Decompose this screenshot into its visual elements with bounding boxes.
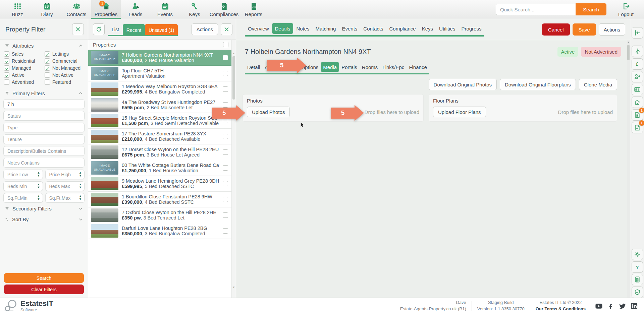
property-row[interactable]: 7 Oxford Close Wyton on the Hill PE28 2H… [88,207,231,223]
chevron-down-icon[interactable] [78,206,83,211]
quick-search-button[interactable]: Search [576,3,606,15]
nav-item-reports[interactable]: Reports [239,0,268,19]
filter-type-input[interactable] [3,123,85,132]
subtab-portals[interactable]: Portals [339,62,360,72]
scroll-down-icon[interactable]: ▼ [232,286,236,289]
property-row[interactable]: IMAGEUNAVAILABLE7 Holbein Gardens Northa… [88,50,231,66]
main-scrollbar[interactable]: ▲ [627,40,630,298]
property-row[interactable]: Darfuri Love Lane Houghton PE28 2BG£350,… [88,223,231,239]
list-scrollbar[interactable]: ▲ ▼ [231,40,236,298]
checkbox-not-managed[interactable]: Not Managed [45,65,85,71]
download-original-floorplans-button[interactable]: Download Original Floorplans [500,79,576,90]
linkedin-icon[interactable] [630,302,638,310]
subtab-rooms[interactable]: Rooms [360,62,380,72]
nav-item-keys[interactable]: Keys [180,0,209,19]
checkbox-active[interactable]: Active [4,72,45,78]
tab-list[interactable]: List [108,24,123,35]
row-checkbox[interactable] [223,86,228,92]
calculator-button[interactable] [632,274,643,285]
cancel-button[interactable]: Cancel [542,23,570,36]
nav-item-buzz[interactable]: Buzz [3,0,32,19]
help-button[interactable]: ? [632,261,643,273]
nav-item-compliances[interactable]: Compliances [209,0,239,19]
unchecked-checkbox[interactable] [45,79,50,85]
home-outline-button[interactable] [632,97,643,108]
subtab-links-epc[interactable]: Links/Epc [380,62,407,72]
nav-item-diary[interactable]: Diary [32,0,62,19]
checked-checkbox[interactable] [4,58,9,64]
document-check-button[interactable]: 1 [632,122,643,133]
youtube-icon[interactable] [595,302,603,310]
tab-recent[interactable]: Recent [123,24,145,36]
walker-button[interactable] [632,46,643,57]
row-checkbox[interactable] [223,102,228,108]
property-row[interactable]: 4a The Broadway St Ives Huntingdon PE27£… [88,97,231,113]
select-all-checkbox[interactable] [223,42,228,47]
checkbox-not-active[interactable]: Not Active [45,72,85,78]
chevron-up-icon[interactable] [78,91,83,96]
gear-button[interactable] [632,249,643,260]
checked-checkbox[interactable] [4,65,9,71]
tab-notes[interactable]: Notes [293,23,312,34]
attributes-section-header[interactable]: Attributes [0,40,88,51]
twitter-icon[interactable] [619,302,626,310]
refresh-button[interactable] [93,23,105,35]
tab-keys[interactable]: Keys [419,23,436,34]
property-row[interactable]: IMAGEUNAVAILABLETop Floor CH7 5THApartme… [88,66,231,81]
nav-item-contacts[interactable]: Contacts [62,0,91,19]
pound-button[interactable]: £ [632,58,643,70]
close-list-button[interactable] [221,23,232,35]
download-original-photos-button[interactable]: Download Original Photos [429,79,497,90]
scroll-up-icon[interactable]: ▲ [627,41,630,43]
row-checkbox[interactable] [223,212,228,218]
subtab-detail[interactable]: Detail [245,62,262,72]
checked-checkbox[interactable] [45,51,50,57]
row-checkbox[interactable] [223,181,228,186]
clone-media-button[interactable]: Clone Media [579,79,617,90]
scrollbar-thumb[interactable] [232,56,235,100]
unchecked-checkbox[interactable] [4,79,9,85]
subtab-attributes[interactable]: Attributes [262,62,288,72]
quick-search-input[interactable] [496,4,576,15]
stepper-arrows[interactable]: ▲▼ [37,171,40,177]
scroll-up-icon[interactable]: ▲ [232,52,236,55]
person-arrow-button[interactable] [632,71,643,82]
terms-link[interactable]: Our Terms & Conditions [536,306,586,312]
save-button[interactable]: Save [573,23,596,36]
tab-compliance[interactable]: Compliance [386,23,419,34]
checkbox-lettings[interactable]: Lettings [45,51,85,57]
checked-checkbox[interactable] [4,72,9,78]
row-checkbox[interactable] [223,55,228,60]
logout-button[interactable]: Logout [612,2,640,17]
row-checkbox[interactable] [223,134,228,139]
subtab-finance[interactable]: Finance [407,62,429,72]
scrollbar-thumb[interactable] [627,45,630,60]
filter-search-button[interactable]: Search [4,273,84,283]
tab-matching[interactable]: Matching [313,23,339,34]
property-row[interactable]: 12 Dorset Close Wyton on the Hill PE28 2… [88,144,231,160]
secondary-filters-section-header[interactable]: Secondary Filters [0,203,88,213]
stepper-arrows[interactable]: ▲▼ [37,195,40,201]
tab-utilities[interactable]: Utilities [436,23,458,34]
row-checkbox[interactable] [223,197,228,202]
checkbox-commercial[interactable]: Commercial [45,58,85,64]
tab-progress[interactable]: Progress [458,23,484,34]
checked-checkbox[interactable] [45,58,50,64]
tab-details[interactable]: Details [272,23,293,34]
filter-tenure-input[interactable] [3,134,85,144]
row-checkbox[interactable] [223,165,228,171]
tab-events[interactable]: Events [339,23,360,34]
id-card-button[interactable] [632,84,643,95]
nav-item-properties[interactable]: 1Properties [91,0,121,19]
property-row[interactable]: IMAGEUNAVAILABLE00 The White Cottage But… [88,160,231,176]
upload-photos-button[interactable]: Upload Photos [247,107,290,117]
row-checkbox[interactable] [223,118,228,123]
detail-actions-button[interactable]: Actions [599,23,625,36]
checked-checkbox[interactable] [4,51,9,57]
document-button[interactable]: 1 [632,109,643,121]
stepper-arrows[interactable]: ▲▼ [37,183,40,189]
stepper-arrows[interactable]: ▲▼ [79,183,82,189]
subtab-media[interactable]: Media [321,62,339,72]
collapse-left-button[interactable] [632,27,643,39]
shield-button[interactable] [632,287,643,298]
